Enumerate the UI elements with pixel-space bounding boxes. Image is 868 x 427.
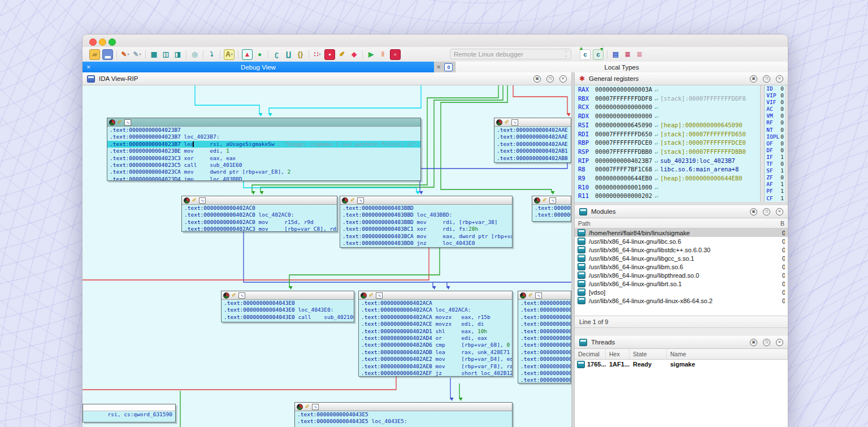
register-row[interactable]: R110000000000000202↵ — [575, 192, 760, 201]
calls-icon[interactable]: ʗ — [272, 50, 281, 59]
edit-hand-icon[interactable]: ✐ — [232, 292, 236, 298]
register-row[interactable]: RSP00007FFFFFFFDBB0↵[stack]:00007FFFFFFF… — [575, 148, 760, 157]
module-row[interactable]: /usr/lib/x86_64-linux-gnu/libgcc_s.so.10 — [575, 254, 788, 262]
close-button[interactable]: ✕ — [776, 339, 783, 346]
edit-hand-icon[interactable]: ✐ — [118, 119, 122, 125]
module-row[interactable]: /usr/lib/x86_64-linux-gnu/libc.so.60 — [575, 237, 788, 245]
jump-icon[interactable]: ⤵ — [207, 50, 216, 59]
frame-color-icon[interactable] — [109, 119, 115, 126]
flag-row[interactable]: VM0 — [765, 113, 785, 119]
flag-row[interactable]: AC0 — [765, 106, 785, 113]
tab-local-types[interactable]: Local Types — [455, 62, 788, 72]
register-row[interactable]: RDX0000000000000000↵ — [575, 112, 760, 121]
register-row[interactable]: RBX00007FFFFFFFDDF8↵[stack]:00007FFFFFFF… — [575, 94, 760, 103]
close-button[interactable]: ✕ — [776, 75, 783, 83]
graph-node-clipped-mid-right[interactable]: ✐∿.text:0000000.text:0000000 — [532, 196, 571, 222]
edit-hand-icon[interactable]: ✐ — [192, 197, 197, 203]
flag-list[interactable]: ID0VIP0VIF0AC0VM0RF0NT0IOPL0OF0DF0IF1TF0… — [764, 85, 785, 202]
breakpoint-icon[interactable]: ▪ — [324, 49, 335, 60]
flag-row[interactable]: DF0 — [765, 147, 785, 154]
flags-scrollbar[interactable] — [785, 85, 788, 202]
jump-arrow-icon[interactable]: ↵ — [652, 166, 660, 172]
thread-row[interactable]: 1765...1AF1...Readysigmake — [575, 360, 788, 369]
graph-node-loc_402ACA[interactable]: ✐∿.text:0000000000402ACA.text:0000000000… — [358, 291, 513, 377]
jump-arrow-icon[interactable]: ↵ — [652, 104, 660, 110]
segments-icon[interactable]: ◨ — [173, 50, 183, 59]
flow-icon[interactable]: ∐ — [284, 50, 293, 59]
frame-color-icon[interactable] — [184, 197, 190, 204]
jump-arrow-icon[interactable]: ↵ — [652, 96, 660, 102]
structures-icon[interactable]: ▦ — [149, 50, 159, 59]
jump-arrow-icon[interactable]: ↵ — [652, 175, 660, 182]
register-row[interactable]: RSI0000000000645090↵[heap]:0000000000645… — [575, 121, 760, 130]
maximize-button[interactable]: ▣ — [750, 75, 757, 83]
graph-node-loc_4043E0[interactable]: ✐∿.text:00000000004043E0.text:0000000000… — [221, 291, 354, 322]
close-button[interactable]: ✕ — [559, 75, 567, 83]
maximize-button[interactable]: ▣ — [750, 208, 757, 215]
detach-button[interactable]: ◳ — [763, 339, 770, 346]
export-data-icon[interactable]: ✎ — [120, 50, 130, 59]
graph-canvas[interactable]: ✐∿.text:00000000004023B7.text:0000000000… — [83, 85, 571, 427]
register-row[interactable]: RIP00000000004023B7↵sub_402310:loc_4023B… — [575, 157, 760, 166]
graph-node-loc_403BBD[interactable]: ✐∿.text:0000000000403BBD.text:0000000000… — [340, 196, 513, 248]
module-row[interactable]: /usr/lib/x86_64-linux-gnu/libpthread.so.… — [575, 271, 788, 279]
stop-icon[interactable]: ▫ — [390, 49, 401, 60]
step-into-icon[interactable]: c — [580, 49, 591, 60]
navigate-icon[interactable]: ◎ — [190, 50, 199, 59]
modules-column-header[interactable]: Path B — [575, 218, 788, 228]
produce-file-icon[interactable]: ✎ — [132, 50, 142, 59]
register-row[interactable]: RCX0000000000000000↵ — [575, 103, 760, 112]
maximize-button[interactable]: ▣ — [533, 75, 541, 83]
edit-hand-icon[interactable]: ✐ — [542, 197, 547, 203]
jump-arrow-icon[interactable]: ↵ — [652, 149, 660, 155]
jump-arrow-icon[interactable]: ↵ — [652, 158, 660, 164]
graph-view-icon[interactable]: ▲ — [242, 49, 253, 60]
flag-row[interactable]: AF1 — [765, 181, 785, 188]
jump-arrow-icon[interactable]: ↵ — [652, 193, 660, 199]
detach-button[interactable]: ◳ — [763, 208, 770, 215]
braces-icon[interactable]: {} — [296, 50, 305, 59]
register-row[interactable]: R90000000000644EB0↵[heap]:0000000000644E… — [575, 174, 760, 183]
chart-icon[interactable]: ∿ — [376, 292, 383, 299]
watch-icon[interactable]: ◆ — [349, 50, 359, 59]
frame-color-icon[interactable] — [361, 292, 367, 299]
chart-icon[interactable]: ∿ — [312, 404, 319, 410]
flag-row[interactable]: PF1 — [765, 188, 785, 195]
jump-arrow-icon[interactable]: ↵ — [652, 184, 660, 191]
graph-node-clipped-bottom-left[interactable]: rsi, cs:qword_631590 — [83, 404, 176, 422]
chart-icon[interactable]: ∿ — [357, 197, 364, 204]
flag-row[interactable]: NT0 — [765, 127, 785, 133]
frame-color-icon[interactable] — [342, 197, 348, 204]
graph-node-loc_4023B7[interactable]: ✐∿.text:00000000004023B7.text:0000000000… — [107, 118, 421, 181]
detach-button[interactable]: ◳ — [546, 75, 554, 83]
graph-node-clipped-bottom-right[interactable]: ✐∿.text:0000000000040.text:0000000000040… — [518, 291, 571, 383]
debugger-selector[interactable]: Remote Linux debugger ⌃⌄ — [450, 49, 571, 59]
detach-button[interactable]: ◳ — [763, 75, 770, 83]
selector-stepper-icon[interactable]: ⌃⌄ — [565, 51, 567, 57]
graph-node-loc_4043E5[interactable]: ✐∿.text:00000000004043E5.text:0000000000… — [294, 402, 513, 427]
open-file-icon[interactable]: ▰ — [89, 49, 100, 60]
threads-column-header[interactable]: Decimal Hex State Name — [575, 349, 788, 360]
flag-row[interactable]: ID0 — [765, 85, 785, 92]
flag-row[interactable]: ZF0 — [765, 174, 785, 181]
enums-icon[interactable]: ◫ — [161, 50, 171, 59]
module-row[interactable]: /home/henri/flair84/bin/linux/sigmake0 — [575, 228, 788, 237]
run-indicator-icon[interactable]: ● — [255, 50, 264, 59]
zoom-window-icon[interactable] — [108, 38, 116, 46]
frame-color-icon[interactable] — [520, 292, 526, 299]
close-button[interactable]: ✕ — [776, 208, 783, 215]
module-row[interactable]: /usr/lib/x86_64-linux-gnu/libstdc++.so.6… — [575, 245, 788, 254]
chart-icon[interactable]: ∿ — [535, 292, 542, 299]
jump-arrow-icon[interactable]: ↵ — [652, 113, 660, 119]
edit-hand-icon[interactable]: ✐ — [369, 292, 374, 298]
debugger-windows-icon[interactable]: ▤ — [611, 50, 620, 59]
register-list[interactable]: RAX000000000000003A↵RBX00007FFFFFFFDDF8↵… — [575, 85, 761, 202]
jump-arrow-icon[interactable]: ↵ — [652, 87, 660, 93]
jump-arrow-icon[interactable]: ↵ — [652, 122, 660, 128]
flag-row[interactable]: TF0 — [765, 161, 785, 167]
jump-arrow-icon[interactable]: ↵ — [652, 140, 660, 146]
breakpoint-list-icon[interactable]: ∷ — [313, 50, 322, 59]
module-row[interactable]: [vdso]0 — [575, 288, 788, 296]
flag-row[interactable]: SF1 — [765, 167, 785, 174]
jump-arrow-icon[interactable]: ↵ — [652, 131, 660, 137]
